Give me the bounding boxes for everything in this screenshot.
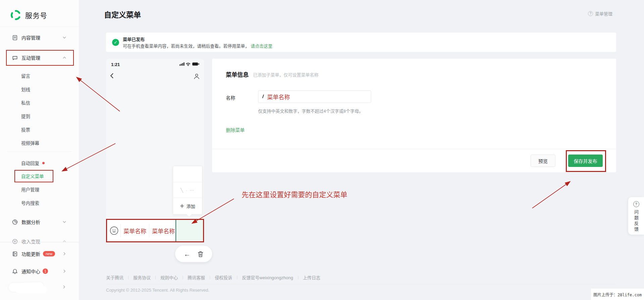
published-banner: ✓ 菜单已发布 可在手机查看菜单内容，若尚未生效，请稍后查看。若停用菜单， 请点… bbox=[106, 33, 616, 52]
chevron-right-icon bbox=[62, 252, 66, 256]
disable-menu-link[interactable]: 请点击这里 bbox=[251, 44, 273, 49]
menu-slot-2[interactable]: 菜单名称 bbox=[149, 227, 178, 235]
menu-slot-3-selected[interactable] bbox=[176, 220, 203, 241]
menu-slot-1[interactable]: 菜单名称 bbox=[121, 227, 149, 235]
question-circle-icon: ? bbox=[588, 11, 593, 16]
menu-management-help[interactable]: ? 菜单管理 bbox=[588, 10, 612, 17]
sidebar-item-label: 通知中心 bbox=[21, 268, 40, 275]
footer-link-agreement[interactable]: 服务协议 bbox=[133, 274, 151, 281]
plus-icon bbox=[180, 204, 184, 208]
brand-name: 服务号 bbox=[25, 10, 47, 20]
help-label: 菜单管理 bbox=[595, 10, 612, 17]
chevron-down-icon bbox=[62, 220, 66, 224]
footer-link-upload-log[interactable]: 上传日志 bbox=[303, 274, 320, 281]
unread-dot bbox=[42, 162, 45, 164]
pie-chart-icon bbox=[12, 219, 18, 225]
sidebar-item-auto-reply[interactable]: 自动回复 bbox=[0, 156, 79, 170]
chevron-up-icon bbox=[62, 239, 66, 243]
editor-pill: ← bbox=[175, 246, 212, 262]
phone-time: 1:21 bbox=[111, 62, 120, 67]
sidebar-item-video-danmu[interactable]: 视频弹幕 bbox=[0, 136, 79, 149]
sidebar-item-label: 功能更新 bbox=[21, 250, 40, 257]
sidebar-item-feature-update[interactable]: 功能更新 new bbox=[0, 247, 79, 260]
name-hint: 仅支持中英文和数字，字数不超过4个汉字或8个字母。 bbox=[258, 108, 363, 114]
sidebar-item-user-mgmt[interactable]: 用户管理 bbox=[0, 183, 79, 196]
divider bbox=[0, 26, 79, 27]
sidebar-item-notification-center[interactable]: 通知中心 1 bbox=[0, 264, 79, 278]
save-publish-button[interactable]: 保存并发布 bbox=[568, 155, 603, 167]
annotation-tip-text: 先在这里设置好需要的自定义菜单 bbox=[242, 189, 347, 199]
chat-icon bbox=[12, 55, 18, 61]
divider bbox=[212, 149, 616, 149]
submenu-popup: ╲ · ⋯ 添加 bbox=[173, 166, 202, 215]
sidebar-item-label: 互动管理 bbox=[21, 54, 40, 61]
divider bbox=[106, 284, 616, 284]
add-label: 添加 bbox=[186, 203, 195, 209]
submenu-add-row[interactable]: 添加 bbox=[173, 198, 202, 214]
submenu-item-empty[interactable] bbox=[173, 166, 202, 182]
success-check-icon: ✓ bbox=[112, 39, 119, 46]
notification-badge: 1 bbox=[43, 268, 48, 274]
keyboard-toggle-icon[interactable] bbox=[109, 226, 119, 235]
sidebar-item-comments[interactable]: 留言 bbox=[0, 69, 79, 82]
trash-icon[interactable] bbox=[197, 251, 204, 257]
footer-link-about[interactable]: 关于腾讯 bbox=[106, 274, 123, 281]
sidebar: 服务号 内容管理 互动管理 留言 划线 私信 提到 投票 视频弹幕 自动回复 自… bbox=[0, 0, 79, 300]
book-icon bbox=[12, 251, 18, 257]
footer-link-rules[interactable]: 规则中心 bbox=[160, 274, 178, 281]
submenu-item-scribble[interactable]: ╲ · ⋯ bbox=[173, 182, 202, 198]
copyright: Copyright © 2012-2025 Tencent. All Right… bbox=[106, 288, 209, 293]
chevron-right-icon[interactable] bbox=[62, 285, 66, 289]
sidebar-item-votes[interactable]: 投票 bbox=[0, 123, 79, 136]
sidebar-item-custom-menu[interactable]: 自定义菜单 bbox=[0, 169, 79, 183]
question-circle-icon: ? bbox=[633, 201, 639, 207]
feedback-label: 问题反馈 bbox=[633, 210, 639, 233]
sidebar-item-data-analysis[interactable]: 数据分析 bbox=[0, 215, 79, 229]
banner-body: 可在手机查看菜单内容，若尚未生效，请稍后查看。若停用菜单， 请点击这里 bbox=[123, 43, 273, 49]
footer-link-service[interactable]: 腾讯客服 bbox=[188, 274, 205, 281]
panel-subtitle: 已添加子菜单，仅可设置菜单名称 bbox=[253, 71, 318, 78]
delete-menu-link[interactable]: 删除菜单 bbox=[226, 126, 245, 133]
sidebar-item-label: 数据分析 bbox=[21, 219, 40, 225]
footer-link-feedback-account[interactable]: 反馈官号weixingongzhong bbox=[242, 274, 293, 281]
sidebar-item-mentions[interactable]: 提到 bbox=[0, 109, 79, 123]
menu-name-input[interactable] bbox=[258, 91, 371, 103]
panel-title: 菜单信息 bbox=[226, 70, 249, 78]
status-bar-icons bbox=[180, 62, 200, 66]
redacted-account-name bbox=[9, 282, 44, 292]
feedback-widget[interactable]: ? 问题反馈 bbox=[628, 197, 644, 235]
sidebar-item-private-msg[interactable]: 私信 bbox=[0, 96, 79, 109]
page-title: 自定义菜单 bbox=[104, 9, 141, 19]
sidebar-item-label: 内容管理 bbox=[21, 34, 40, 41]
chevron-up-icon bbox=[62, 56, 66, 60]
profile-icon[interactable] bbox=[193, 73, 200, 80]
name-label: 名称 bbox=[226, 94, 235, 101]
sidebar-item-underline[interactable]: 划线 bbox=[0, 82, 79, 96]
chevron-right-icon bbox=[62, 269, 66, 273]
document-icon bbox=[12, 35, 18, 41]
sidebar-item-account-search[interactable]: 号内搜索 bbox=[0, 196, 79, 209]
phone-menubar: 菜单名称 菜单名称 bbox=[106, 219, 204, 242]
preview-button[interactable]: 预览 bbox=[531, 155, 555, 167]
footer-link-infringement[interactable]: 侵权投诉 bbox=[215, 274, 232, 281]
brand: 服务号 bbox=[10, 9, 47, 21]
bell-icon bbox=[12, 268, 18, 274]
undo-arrow-icon[interactable]: ← bbox=[184, 251, 191, 257]
watermark: 图片上传于：28life.com bbox=[591, 289, 644, 300]
back-chevron-icon[interactable] bbox=[109, 72, 116, 79]
sidebar-item-label: 收入变现 bbox=[21, 238, 40, 245]
sidebar-item-content-mgmt[interactable]: 内容管理 bbox=[0, 31, 79, 44]
coin-icon bbox=[12, 238, 18, 244]
chevron-down-icon bbox=[62, 36, 66, 40]
footer-links: 关于腾讯 服务协议 规则中心 腾讯客服 侵权投诉 反馈官号weixingongz… bbox=[106, 274, 320, 281]
sidebar-item-monetization[interactable]: 收入变现 bbox=[0, 235, 79, 248]
wechat-logo-icon bbox=[10, 9, 21, 21]
sidebar-item-interact-mgmt[interactable]: 互动管理 bbox=[0, 51, 79, 64]
menu-info-panel: 菜单信息 已添加子菜单，仅可设置菜单名称 名称 仅支持中英文和数字，字数不超过4… bbox=[212, 59, 616, 172]
new-badge: new bbox=[43, 251, 55, 256]
divider bbox=[0, 242, 79, 242]
divider bbox=[7, 152, 72, 152]
banner-title: 菜单已发布 bbox=[123, 36, 145, 42]
